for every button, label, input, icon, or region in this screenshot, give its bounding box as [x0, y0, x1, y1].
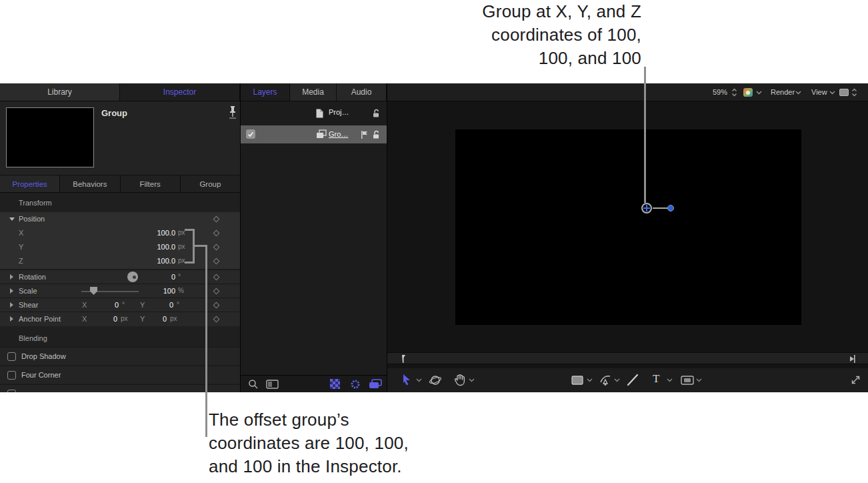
disclosure-triangle-icon[interactable] — [10, 288, 13, 294]
chevron-down-icon[interactable] — [416, 378, 422, 382]
rectangle-tool-icon[interactable] — [571, 376, 583, 385]
keyframe-diamond-icon[interactable] — [213, 316, 220, 323]
position-y-row: Y 100.0 px — [0, 240, 240, 254]
keyframe-diamond-icon[interactable] — [213, 302, 220, 309]
tab-library[interactable]: Library — [0, 83, 120, 101]
flag-icon[interactable] — [360, 130, 369, 139]
keyframe-diamond-icon[interactable] — [213, 216, 220, 223]
chevron-down-icon[interactable] — [829, 91, 835, 95]
disclosure-triangle-icon[interactable] — [9, 217, 15, 221]
pin-icon[interactable] — [228, 105, 237, 119]
shear-label: Shear — [19, 301, 38, 309]
checkerboard-icon[interactable] — [330, 379, 340, 389]
x-axis-handle-dot[interactable] — [667, 205, 674, 211]
annotation-bottom-line: and 100 in the Inspector. — [209, 455, 409, 478]
drop-shadow-checkbox[interactable] — [7, 352, 16, 361]
disclosure-triangle-icon[interactable] — [10, 316, 13, 322]
tab-media[interactable]: Media — [290, 83, 337, 101]
callout-bracket-top-tick — [185, 229, 195, 231]
position-z-row: Z 100.0 px — [0, 254, 240, 268]
color-channel-swatch[interactable] — [743, 88, 753, 97]
tab-layers[interactable]: Layers — [241, 83, 290, 101]
select-arrow-tool-icon[interactable] — [402, 374, 411, 386]
tab-inspector[interactable]: Inspector — [120, 83, 240, 101]
transform-section-header: Transform — [19, 199, 52, 207]
stepper-arrows-icon[interactable] — [851, 88, 857, 97]
chevron-down-icon[interactable] — [587, 378, 593, 382]
chevron-down-icon[interactable] — [667, 378, 673, 382]
anchor-x-field[interactable]: 0 — [93, 315, 117, 323]
layer-row-group[interactable]: Gro… — [241, 125, 387, 143]
unlock-icon[interactable] — [371, 130, 381, 139]
keyframe-diamond-icon[interactable] — [213, 244, 220, 251]
keyframe-diamond-icon[interactable] — [213, 258, 220, 265]
disclosure-triangle-icon[interactable] — [10, 302, 13, 308]
inspector-panel: Library Inspector Group Properties Behav… — [0, 83, 240, 392]
orbit-3d-transform-tool-icon[interactable] — [429, 374, 442, 387]
keyframe-diamond-icon[interactable] — [213, 274, 220, 281]
chevron-down-icon[interactable] — [795, 91, 801, 95]
pan-hand-tool-icon[interactable] — [454, 374, 466, 386]
annotation-top: Group at X, Y, and Z coordinates of 100,… — [482, 0, 641, 70]
chevron-down-icon[interactable] — [614, 378, 620, 382]
chevron-down-icon[interactable] — [756, 91, 762, 95]
display-mode-swatch[interactable] — [839, 89, 849, 96]
stage[interactable] — [455, 129, 801, 325]
playhead-marker-icon[interactable] — [401, 354, 407, 364]
layer-name[interactable]: Gro… — [329, 130, 348, 138]
tab-properties-label: Properties — [12, 180, 47, 188]
x-value-field[interactable]: 100.0 — [120, 229, 175, 237]
tab-group[interactable]: Group — [181, 175, 240, 192]
expand-diagonal-arrows-icon[interactable] — [850, 374, 861, 386]
partial-checkbox[interactable] — [7, 390, 16, 392]
inspector-subtabs: Properties Behaviors Filters Group — [0, 175, 240, 193]
search-icon[interactable] — [248, 379, 259, 390]
chevron-down-icon[interactable] — [469, 378, 475, 382]
keyframe-diamond-icon[interactable] — [213, 230, 220, 237]
scale-value-field[interactable]: 100 — [120, 287, 175, 295]
tab-properties[interactable]: Properties — [0, 175, 60, 192]
isolate-layers-icon[interactable] — [369, 379, 382, 390]
rotation-value-field[interactable]: 0 — [120, 273, 175, 281]
shear-x-field[interactable]: 0 — [95, 301, 119, 309]
zoom-level-dropdown[interactable]: 59% — [713, 88, 727, 96]
anchor-y-field[interactable]: 0 — [143, 315, 167, 323]
y-value-field[interactable]: 100.0 — [120, 243, 175, 251]
four-corner-checkbox[interactable] — [7, 371, 16, 380]
gear-circle-icon[interactable] — [350, 379, 361, 390]
render-dropdown[interactable]: Render — [771, 88, 795, 96]
x-unit: px — [178, 229, 185, 236]
shear-y-field[interactable]: 0 — [149, 301, 173, 309]
layer-checkbox[interactable] — [246, 129, 255, 139]
show-hide-panel-icon[interactable] — [266, 380, 279, 389]
position-label: Position — [19, 215, 45, 223]
chevron-down-icon[interactable] — [696, 378, 702, 382]
bezier-pen-tool-icon[interactable] — [599, 374, 612, 386]
drop-shadow-label: Drop Shadow — [21, 352, 66, 360]
tab-behaviors[interactable]: Behaviors — [60, 175, 120, 192]
scale-slider-thumb[interactable] — [90, 287, 97, 295]
layer-name[interactable]: Proj… — [329, 108, 349, 116]
end-marker-icon[interactable] — [849, 354, 856, 364]
anchor-point-row: Anchor Point X 0 px Y 0 px — [0, 312, 240, 326]
keyframe-diamond-icon[interactable] — [213, 288, 220, 295]
tab-filters[interactable]: Filters — [121, 175, 181, 192]
paint-stroke-tool-icon[interactable] — [626, 373, 639, 387]
position-row[interactable]: Position — [0, 212, 240, 226]
mask-tool-icon[interactable] — [681, 376, 694, 385]
anchor-crosshair-icon — [643, 207, 650, 209]
unlock-icon[interactable] — [371, 109, 381, 118]
z-value-field[interactable]: 100.0 — [120, 257, 175, 265]
timeline-strip[interactable] — [387, 352, 868, 364]
annotation-bottom-line: The offset group’s — [209, 408, 409, 432]
tab-audio[interactable]: Audio — [337, 83, 387, 101]
layer-row-project[interactable]: Proj… — [241, 103, 387, 123]
text-tool-icon[interactable]: T — [653, 372, 659, 386]
view-dropdown[interactable]: View — [811, 88, 827, 96]
canvas-toolbar: 59% Render View — [387, 83, 868, 101]
disclosure-triangle-icon[interactable] — [10, 274, 13, 280]
rotation-label: Rotation — [19, 273, 46, 281]
stepper-arrows-icon[interactable] — [731, 88, 737, 97]
z-label: Z — [19, 257, 23, 265]
callout-bracket-bottom-tick — [185, 262, 195, 264]
